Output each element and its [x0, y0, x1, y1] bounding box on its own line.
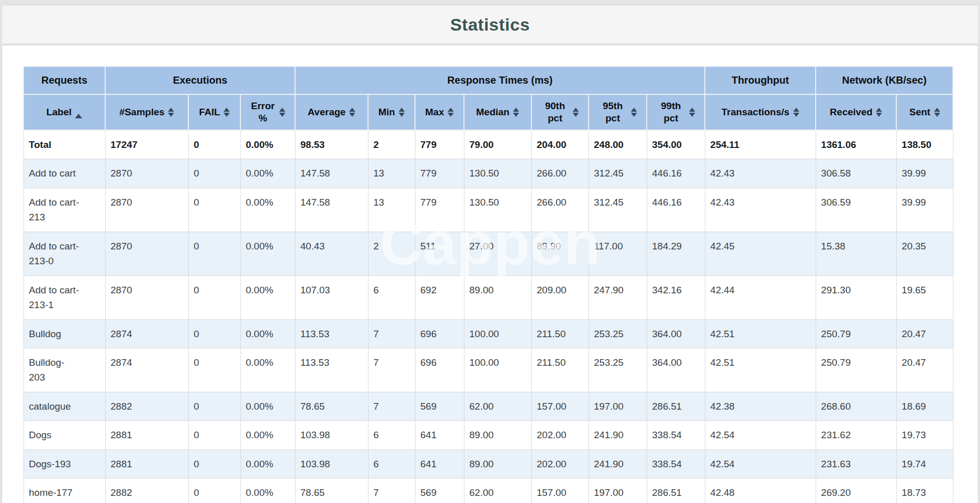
value-cell-samples: 17247	[105, 130, 188, 159]
sort-icon	[876, 108, 882, 117]
table-row: Dogs-193288100.00%103.98664189.00202.002…	[23, 449, 953, 478]
value-cell-samples: 2881	[105, 421, 188, 449]
statistics-table-wrap: RequestsExecutionsResponse Times (ms)Thr…	[2, 45, 978, 503]
triangle-up	[689, 108, 695, 112]
value-cell-max: 779	[415, 188, 464, 232]
triangle-down	[448, 113, 454, 117]
value-cell-fail: 0	[188, 348, 240, 392]
sort-icon	[689, 108, 695, 117]
value-cell-received: 231.63	[816, 449, 896, 478]
value-cell-min: 13	[368, 188, 415, 232]
value-cell-90th-pct: 157.00	[531, 392, 589, 420]
row-label-cell: Add to cart-213-0	[23, 232, 105, 275]
value-cell-received: 291.30	[816, 275, 896, 319]
value-cell-sent: 138.50	[896, 130, 953, 159]
triangle-up	[75, 103, 82, 118]
table-row: Add to cart287000.00%147.5813779130.5026…	[23, 159, 953, 188]
column-header-label: 95th pct	[598, 100, 627, 124]
column-header-median[interactable]: Median	[464, 94, 531, 130]
value-cell-received: 306.58	[816, 159, 896, 188]
value-cell-average: 40.43	[295, 232, 368, 275]
value-cell-received: 15.38	[816, 232, 896, 275]
triangle-down	[793, 113, 799, 117]
column-header-95th-pct[interactable]: 95th pct	[589, 94, 647, 130]
column-header-label: 90th pct	[541, 100, 569, 124]
column-header-received[interactable]: Received	[816, 94, 896, 130]
value-cell-99th-pct: 364.00	[647, 348, 705, 392]
value-cell-max: 692	[415, 275, 464, 319]
column-header-label: Average	[308, 106, 346, 118]
value-cell-fail: 0	[188, 421, 240, 449]
value-cell-sent: 19.65	[896, 275, 953, 319]
value-cell-average: 103.98	[295, 449, 368, 478]
column-header-label: #Samples	[119, 106, 165, 118]
sort-icon	[934, 108, 940, 117]
column-header-error-pct[interactable]: Error %	[240, 94, 295, 130]
column-header-samples[interactable]: #Samples	[105, 94, 188, 130]
column-header-label: Error %	[250, 100, 276, 124]
column-header-fail[interactable]: FAIL	[188, 94, 240, 130]
column-header-average[interactable]: Average	[295, 94, 368, 130]
row-label-cell: Add to cart	[23, 159, 105, 188]
table-row: Add to cart-213-0287000.00%40.43251127.0…	[23, 232, 953, 275]
triangle-down	[349, 113, 355, 117]
triangle-up	[573, 108, 579, 112]
group-header-response-times-ms: Response Times (ms)	[295, 66, 705, 94]
triangle-up	[168, 108, 174, 112]
page-title: Statistics	[450, 15, 530, 35]
value-cell-received: 250.79	[816, 319, 896, 348]
value-cell-min: 7	[368, 348, 415, 392]
column-header-max[interactable]: Max	[415, 94, 464, 130]
table-row: Bulldog-203287400.00%113.537696100.00211…	[23, 348, 953, 392]
column-header-content: #Samples	[115, 100, 179, 124]
triangle-up	[399, 108, 405, 112]
value-cell-transactions-s: 42.51	[705, 348, 816, 392]
row-label-cell: Bulldog	[23, 319, 105, 348]
column-header-sent[interactable]: Sent	[896, 94, 953, 130]
column-header-99th-pct[interactable]: 99th pct	[647, 94, 705, 130]
sort-icon	[399, 108, 405, 117]
value-cell-samples: 2870	[105, 232, 188, 275]
value-cell-min: 2	[368, 232, 415, 275]
column-header-min[interactable]: Min	[368, 94, 415, 130]
value-cell-sent: 20.35	[896, 232, 953, 275]
triangle-up	[279, 108, 285, 112]
value-cell-transactions-s: 254.11	[705, 130, 816, 159]
value-cell-transactions-s: 42.38	[705, 392, 816, 420]
value-cell-99th-pct: 338.54	[647, 449, 705, 478]
value-cell-99th-pct: 184.29	[647, 232, 705, 275]
value-cell-transactions-s: 42.54	[705, 449, 816, 478]
triangle-down	[934, 113, 940, 117]
value-cell-error-pct: 0.00%	[240, 319, 295, 348]
row-label-cell: Dogs-193	[23, 449, 105, 478]
value-cell-fail: 0	[188, 275, 240, 319]
column-header-90th-pct[interactable]: 90th pct	[531, 94, 589, 130]
value-cell-received: 231.62	[816, 421, 896, 449]
column-header-content: Min	[378, 100, 405, 124]
sort-icon	[513, 108, 519, 117]
value-cell-samples: 2870	[105, 159, 188, 188]
column-header-transactions-s[interactable]: Transactions/s	[705, 94, 816, 130]
group-header-row: RequestsExecutionsResponse Times (ms)Thr…	[23, 66, 953, 94]
value-cell-error-pct: 0.00%	[240, 159, 295, 188]
value-cell-90th-pct: 211.50	[531, 348, 589, 392]
value-cell-90th-pct: 202.00	[531, 449, 589, 478]
value-cell-95th-pct: 312.45	[589, 188, 647, 232]
triangle-down	[689, 113, 695, 117]
column-header-row: Label#SamplesFAILError %AverageMinMaxMed…	[23, 94, 953, 130]
column-header-label[interactable]: Label	[23, 94, 105, 130]
value-cell-sent: 39.99	[896, 188, 953, 232]
value-cell-max: 641	[415, 449, 464, 478]
value-cell-transactions-s: 42.44	[705, 275, 816, 319]
value-cell-95th-pct: 241.90	[589, 449, 647, 478]
value-cell-95th-pct: 117.00	[589, 232, 647, 275]
value-cell-90th-pct: 266.00	[531, 159, 589, 188]
value-cell-sent: 39.99	[896, 159, 953, 188]
value-cell-min: 6	[368, 275, 415, 319]
value-cell-95th-pct: 253.25	[589, 319, 647, 348]
value-cell-received: 268.60	[816, 392, 896, 420]
column-header-content: Sent	[906, 100, 943, 124]
value-cell-median: 89.00	[464, 449, 531, 478]
column-header-content: Transactions/s	[715, 100, 806, 124]
value-cell-transactions-s: 42.43	[705, 188, 816, 232]
